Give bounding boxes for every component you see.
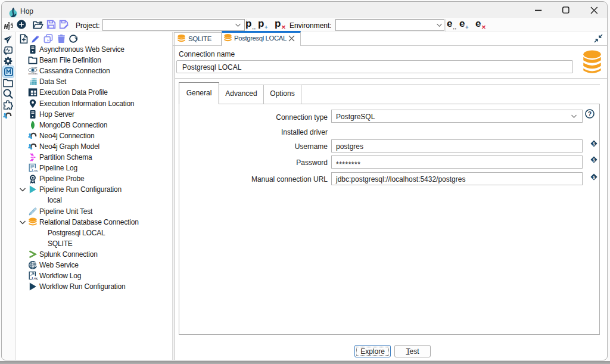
svg-text:$: $ — [593, 175, 595, 180]
svg-text:$: $ — [593, 142, 595, 147]
svg-text:?: ? — [588, 110, 592, 117]
svg-text:$: $ — [593, 158, 595, 163]
